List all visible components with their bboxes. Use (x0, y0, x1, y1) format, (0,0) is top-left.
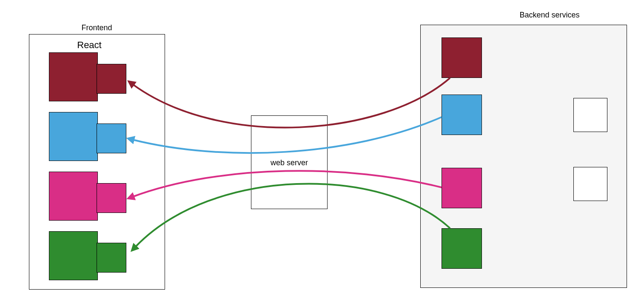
backend-service-pink (442, 168, 482, 208)
frontend-block-blue-large (49, 112, 98, 161)
frontend-title: Frontend (62, 23, 132, 32)
backend-service-maroon (442, 37, 482, 78)
frontend-block-pink-large (49, 172, 98, 221)
frontend-subtitle: React (68, 40, 111, 51)
web-server-label: web server (251, 158, 328, 167)
backend-service-green (442, 228, 482, 269)
frontend-block-blue-small (97, 124, 126, 153)
backend-block-white-1 (573, 98, 607, 132)
frontend-block-pink-small (97, 183, 126, 213)
frontend-block-green-large (49, 231, 98, 280)
backend-service-blue (442, 95, 482, 135)
frontend-block-green-small (97, 243, 126, 273)
backend-title: Backend services (516, 11, 584, 20)
frontend-block-maroon-large (49, 52, 98, 101)
frontend-block-maroon-small (97, 64, 126, 94)
backend-block-white-2 (573, 167, 607, 201)
